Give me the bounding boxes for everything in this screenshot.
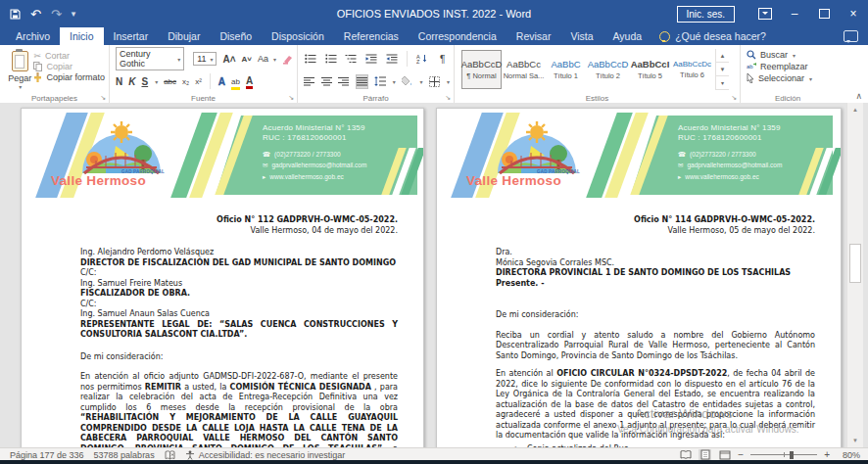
ribbon-display-options-button[interactable] (750, 0, 780, 27)
paragraph-dialog-launcher[interactable]: ↘ (445, 94, 451, 102)
scrollbar-thumb[interactable] (849, 244, 861, 283)
clipboard-dialog-launcher[interactable]: ↘ (100, 94, 106, 102)
recipient-line[interactable]: Ing. Samuel Freire Mateus (80, 279, 398, 290)
line-spacing-button[interactable] (374, 74, 386, 89)
text-effects-button[interactable]: A (218, 76, 225, 87)
document-page-1[interactable]: Valle Hermoso GAD PARROQUIAL Acuerdo Min… (21, 108, 424, 447)
body-paragraph[interactable]: Reciba un cordial y atento saludo a nomb… (496, 331, 815, 362)
multilevel-list-button[interactable] (344, 52, 359, 67)
zoom-in-button[interactable]: + (824, 449, 830, 460)
font-dialog-launcher[interactable]: ↘ (288, 94, 294, 102)
format-painter-button[interactable]: Copiar formato (33, 72, 105, 82)
document-page-2[interactable]: Valle Hermoso GAD PARROQUIAL Acuerdo Min… (436, 108, 842, 447)
bold-button[interactable]: N (116, 76, 122, 87)
shrink-font-button[interactable]: A˅ (242, 55, 252, 64)
align-center-button[interactable] (321, 74, 333, 89)
style-titulo-2[interactable]: AaBbCcD Título 2 (588, 50, 628, 89)
zoom-slider[interactable] (750, 449, 817, 460)
recipient-line[interactable]: Ing. Alejandro Perdomo Velásquez (80, 248, 398, 258)
salutation[interactable]: De mi consideración: (496, 310, 815, 321)
restore-button[interactable] (809, 0, 839, 27)
scroll-down-icon[interactable]: ▼ (847, 434, 863, 447)
tab-referencias[interactable]: Referencias (334, 27, 409, 45)
zoom-percentage[interactable]: 80% (837, 450, 860, 460)
highlight-color-button[interactable]: ab (231, 76, 240, 87)
strikethrough-button[interactable]: abc (164, 77, 176, 86)
recipient-line[interactable]: REPRESENTANTE LEGAL DE: “SALAS CUENCA CO… (80, 320, 398, 341)
styles-gallery-more-icon[interactable]: ▾ (716, 76, 729, 90)
word-count[interactable]: 53788 palabras (94, 450, 155, 460)
accessibility-status[interactable]: Accesibilidad: es necesario investigar (185, 450, 346, 460)
recipient-line[interactable]: DIRECTOR DE FISCALIZACIÓN DEL GAD MUNICI… (80, 258, 398, 269)
recipient-line[interactable]: Mónica Segovia Corrales MSC. (496, 258, 815, 269)
tab-archivo[interactable]: Archivo (6, 27, 60, 45)
tab-dibujar[interactable]: Dibujar (158, 27, 210, 45)
proofing-status-icon[interactable] (165, 450, 175, 460)
close-button[interactable]: × (839, 0, 868, 27)
subscript-button[interactable]: x₂ (182, 77, 189, 86)
salutation[interactable]: De mi consideración: (80, 352, 398, 363)
shading-button[interactable] (402, 74, 413, 89)
style-titulo-1[interactable]: AaBbC Título 1 (546, 50, 586, 89)
collapse-ribbon-icon[interactable]: ∧ (855, 91, 862, 101)
find-button[interactable]: Buscar ▾ (747, 50, 831, 60)
replace-button[interactable]: ab Reemplazar (747, 62, 831, 71)
style-titulo-5[interactable]: AaBbCcI Título 5 (630, 50, 670, 89)
tab-disposicion[interactable]: Disposición (262, 27, 334, 45)
recipient-line[interactable]: C/C: (80, 300, 398, 310)
redo-icon[interactable]: ↷ (51, 7, 62, 22)
tab-vista[interactable]: Vista (560, 27, 603, 45)
style-titulo-6[interactable]: AaBbCcDc Título 6 (672, 50, 712, 89)
styles-scroll-down-icon[interactable]: ▼ (716, 63, 729, 76)
sign-in-button[interactable]: Inic. ses. (677, 6, 735, 23)
underline-button[interactable]: S (141, 76, 148, 87)
style-normal-sa[interactable]: AaBbCc Normal Sa... (504, 50, 544, 89)
tab-insertar[interactable]: Insertar (104, 27, 159, 45)
web-layout-button[interactable] (718, 449, 731, 460)
tab-ayuda[interactable]: Ayuda (603, 27, 652, 45)
align-left-button[interactable] (304, 74, 315, 89)
oficio-number[interactable]: Oficio N° 114 GADPRVH-O-WMC-05-2022. (496, 215, 815, 226)
oficio-date[interactable]: Valle Hermoso, 05 de mayo del 2022. (496, 226, 815, 237)
cut-button[interactable]: ✂ Cortar (33, 51, 105, 61)
bullet-list-button[interactable] (304, 52, 318, 67)
style-normal[interactable]: AaBbCcD ¶ Normal (461, 50, 502, 89)
copy-button[interactable]: Copiar (33, 62, 105, 71)
oficio-date[interactable]: Valle Hermoso, 04 de mayo del 2022. (80, 226, 398, 237)
font-color-button[interactable]: A (246, 76, 253, 86)
align-right-button[interactable] (338, 74, 350, 89)
select-button[interactable]: Seleccionar ▾ (747, 73, 831, 83)
tab-inicio[interactable]: Inicio (60, 27, 104, 45)
qat-customize-icon[interactable]: ▾ (72, 9, 76, 19)
recipient-line[interactable]: C/C: (80, 268, 398, 279)
borders-caret-icon[interactable]: ▾ (447, 78, 450, 85)
clear-formatting-icon[interactable] (282, 54, 293, 65)
page-indicator[interactable]: Página 177 de 336 (10, 450, 84, 460)
styles-scroll-up-icon[interactable]: ▲ (716, 49, 729, 63)
italic-button[interactable]: K (128, 76, 135, 87)
line-spacing-caret-icon[interactable]: ▾ (393, 78, 396, 85)
tab-diseno[interactable]: Diseño (210, 27, 262, 45)
recipient-line[interactable]: Dra. (496, 248, 815, 258)
styles-dialog-launcher[interactable]: ↘ (731, 94, 737, 102)
tab-correspondencia[interactable]: Correspondencia (409, 27, 506, 45)
body-paragraph[interactable]: En atención al oficio adjunto GADMSD-DFI… (80, 372, 398, 447)
sort-button[interactable]: AZ (415, 52, 430, 67)
letter-body[interactable]: Oficio N° 112 GADPRVH-O-WMC-05-2022. Val… (22, 202, 423, 447)
tab-revisar[interactable]: Revisar (506, 27, 561, 45)
font-size-combobox[interactable]: 11 ▾ (193, 52, 217, 66)
undo-icon[interactable]: ↶ (30, 7, 41, 22)
paste-button[interactable]: Pegar ▾ (6, 49, 33, 90)
borders-button[interactable] (428, 74, 440, 89)
recipient-line[interactable]: DIRECTORA PROVINCIAL 1 DE SANTO DOMINGO … (496, 268, 815, 279)
zoom-thumb[interactable] (790, 451, 794, 459)
numbered-list-button[interactable] (324, 52, 339, 67)
increase-indent-button[interactable] (384, 52, 399, 67)
minimize-button[interactable]: – (780, 0, 809, 27)
zoom-out-button[interactable]: − (738, 449, 744, 460)
scroll-up-icon[interactable]: ▲ (847, 103, 863, 116)
print-layout-button[interactable] (699, 449, 711, 460)
oficio-number[interactable]: Oficio N° 112 GADPRVH-O-WMC-05-2022. (80, 215, 398, 226)
save-icon[interactable] (10, 9, 21, 20)
show-paragraph-marks-button[interactable]: ¶ (435, 52, 450, 67)
